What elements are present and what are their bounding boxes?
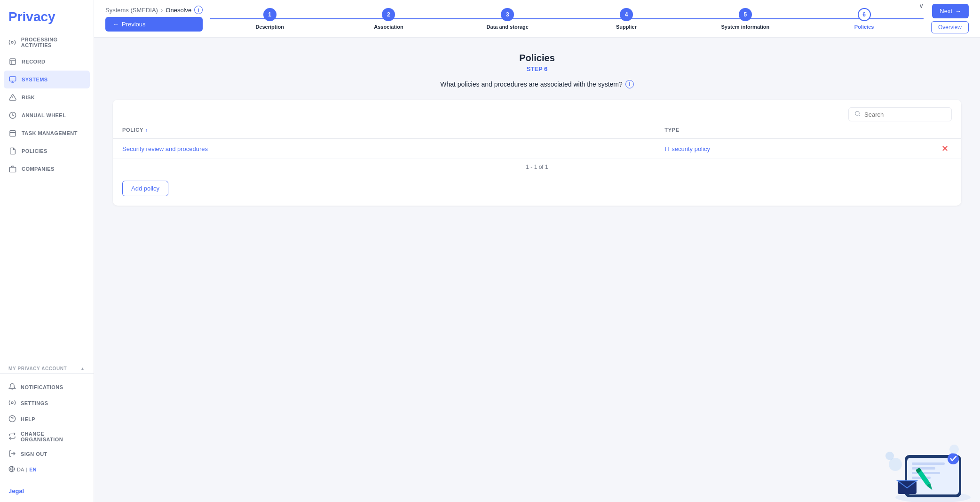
delete-row-button[interactable]: ✕ [941,144,948,153]
svg-point-0 [11,41,13,43]
step-5-label: System information [721,24,769,30]
col-policy-label: POLICY [122,127,143,133]
overview-button[interactable]: Overview [931,21,969,33]
step-3-circle: 3 [501,8,514,21]
sidebar-item-label: PROCESSING ACTIVITIES [21,37,85,48]
sidebar: Privacy PROCESSING ACTIVITIES RECORD SYS… [0,0,94,502]
svg-rect-4 [9,77,16,81]
annual-wheel-icon [8,111,17,120]
svg-line-22 [859,115,860,116]
sidebar-item-risk[interactable]: RISK [0,88,94,106]
previous-button[interactable]: ← Previous [105,17,203,32]
top-actions: Next → Overview [931,0,969,37]
table-header: POLICY ↑ TYPE [113,121,961,139]
settings-label: SETTINGS [21,400,48,406]
next-arrow-icon: → [955,8,961,15]
notifications-icon [8,383,16,391]
overview-label: Overview [938,24,962,31]
sidebar-item-policies[interactable]: POLICIES [0,142,94,160]
top-bar: Systems (SMEDIA) › Onesolve i ← Previous… [94,0,980,38]
sign-out-icon [8,450,16,458]
sidebar-item-label: ANNUAL WHEEL [22,112,66,118]
lang-da[interactable]: DA [17,467,24,472]
sidebar-footer: .legal [0,483,94,502]
table-toolbar [113,100,961,121]
notifications-label: NOTIFICATIONS [21,384,63,390]
processing-activities-icon [8,38,16,47]
search-icon [854,111,861,118]
sign-out-label: SIGN OUT [21,451,47,457]
table-row: Security review and procedures IT securi… [113,139,961,159]
sidebar-item-label: TASK MANAGEMENT [22,130,78,136]
sidebar-item-companies[interactable]: COMPANIES [0,160,94,178]
step-5-circle: 5 [739,8,752,21]
svg-rect-10 [10,131,16,136]
language-selector: DA | EN [8,462,85,477]
account-menu: NOTIFICATIONS SETTINGS HELP CHANGE ORGAN… [0,373,94,483]
svg-point-37 [885,452,894,460]
policies-icon [8,147,17,155]
task-management-icon [8,129,17,137]
breadcrumb-parent[interactable]: Systems (SMEDIA) [105,7,158,14]
sort-policy-icon[interactable]: ↑ [145,127,148,133]
svg-rect-26 [912,462,945,465]
step-4-label: Supplier [616,24,637,30]
step-6[interactable]: 6 Policies [805,8,924,30]
breadcrumb-info-icon[interactable]: i [194,6,203,14]
policies-table-section: POLICY ↑ TYPE Security review and proced… [113,100,961,206]
col-header-type: TYPE [664,127,934,133]
settings-icon [8,399,16,407]
col-header-policy: POLICY ↑ [122,127,661,133]
change-org-label: CHANGE ORGANISATION [21,431,85,442]
step-5[interactable]: 5 System information [686,8,805,30]
sidebar-item-change-org[interactable]: CHANGE ORGANISATION [8,427,85,446]
cell-policy[interactable]: Security review and procedures [122,145,661,152]
svg-rect-27 [912,467,935,470]
stepper-steps: 1 Description 2 Association 3 Data and s… [210,8,924,30]
svg-rect-1 [10,59,16,64]
sidebar-item-annual-wheel[interactable]: ANNUAL WHEEL [0,106,94,124]
step-1-label: Description [255,24,284,30]
sidebar-item-label: COMPANIES [22,166,55,172]
step-3[interactable]: 3 Data and storage [448,8,567,30]
step-4-circle: 4 [620,8,633,21]
step-6-circle: 6 [858,8,871,21]
page-question-text: What policies and procedures are associa… [440,80,623,88]
question-info-icon[interactable]: i [625,80,634,88]
search-box [848,107,952,121]
prev-label: Previous [122,21,146,28]
sidebar-item-systems[interactable]: SYSTEMS [4,71,90,88]
illustration [867,427,971,502]
sidebar-item-label: RISK [22,95,35,100]
sidebar-item-help[interactable]: HELP [8,411,85,427]
step-4[interactable]: 4 Supplier [567,8,686,30]
sidebar-item-sign-out[interactable]: SIGN OUT [8,446,85,462]
step-1-circle: 1 [263,8,277,21]
add-policy-button[interactable]: Add policy [122,181,168,196]
step-2[interactable]: 2 Association [329,8,448,30]
step-1[interactable]: 1 Description [210,8,329,30]
col-type-label: TYPE [664,127,679,133]
breadcrumb-current: Onesolve [166,7,191,14]
companies-icon [8,165,17,173]
sidebar-item-settings[interactable]: SETTINGS [8,395,85,411]
svg-point-15 [11,402,13,404]
search-input[interactable] [864,111,946,118]
risk-icon [8,93,17,102]
account-section-label: MY PRIVACY ACCOUNT [8,366,67,371]
step-2-circle: 2 [382,8,395,21]
cell-type: IT security policy [664,145,934,152]
next-button[interactable]: Next → [932,4,969,18]
globe-icon [8,466,15,473]
sidebar-item-label: RECORD [22,59,45,64]
cell-action: ✕ [938,144,952,153]
sidebar-item-task-management[interactable]: TASK MANAGEMENT [0,124,94,142]
account-section-chevron[interactable]: ▲ [80,366,86,371]
page-title: Policies [113,53,961,64]
lang-en[interactable]: EN [29,467,36,472]
sidebar-item-processing-activities[interactable]: PROCESSING ACTIVITIES [0,32,94,53]
sidebar-item-label: POLICIES [22,148,47,154]
sidebar-item-notifications[interactable]: NOTIFICATIONS [8,379,85,395]
sidebar-item-record[interactable]: RECORD [0,53,94,71]
add-policy-label: Add policy [131,185,159,192]
